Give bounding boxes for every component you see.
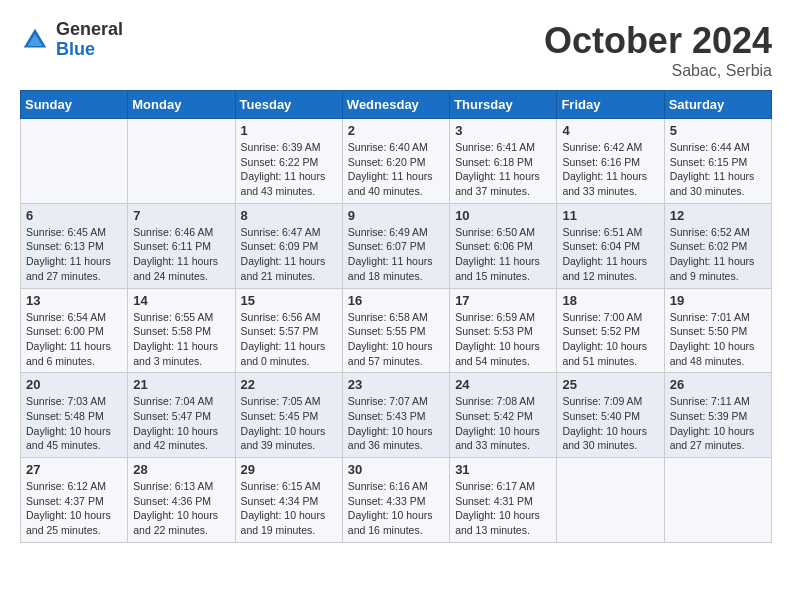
calendar: SundayMondayTuesdayWednesdayThursdayFrid… (20, 90, 772, 543)
calendar-cell: 25Sunrise: 7:09 AMSunset: 5:40 PMDayligh… (557, 373, 664, 458)
calendar-cell: 27Sunrise: 6:12 AMSunset: 4:37 PMDayligh… (21, 458, 128, 543)
calendar-cell: 3Sunrise: 6:41 AMSunset: 6:18 PMDaylight… (450, 119, 557, 204)
weekday-header-row: SundayMondayTuesdayWednesdayThursdayFrid… (21, 91, 772, 119)
day-info: Sunrise: 6:44 AMSunset: 6:15 PMDaylight:… (670, 140, 766, 199)
calendar-cell (128, 119, 235, 204)
day-number: 17 (455, 293, 551, 308)
location: Sabac, Serbia (544, 62, 772, 80)
day-info: Sunrise: 6:59 AMSunset: 5:53 PMDaylight:… (455, 310, 551, 369)
day-number: 28 (133, 462, 229, 477)
calendar-cell: 8Sunrise: 6:47 AMSunset: 6:09 PMDaylight… (235, 203, 342, 288)
day-number: 5 (670, 123, 766, 138)
day-number: 13 (26, 293, 122, 308)
day-info: Sunrise: 6:12 AMSunset: 4:37 PMDaylight:… (26, 479, 122, 538)
day-number: 31 (455, 462, 551, 477)
calendar-cell: 2Sunrise: 6:40 AMSunset: 6:20 PMDaylight… (342, 119, 449, 204)
day-number: 12 (670, 208, 766, 223)
weekday-header: Tuesday (235, 91, 342, 119)
day-number: 19 (670, 293, 766, 308)
calendar-cell (664, 458, 771, 543)
calendar-week-row: 1Sunrise: 6:39 AMSunset: 6:22 PMDaylight… (21, 119, 772, 204)
weekday-header: Friday (557, 91, 664, 119)
day-number: 29 (241, 462, 337, 477)
calendar-cell: 10Sunrise: 6:50 AMSunset: 6:06 PMDayligh… (450, 203, 557, 288)
day-number: 14 (133, 293, 229, 308)
day-info: Sunrise: 6:17 AMSunset: 4:31 PMDaylight:… (455, 479, 551, 538)
weekday-header: Thursday (450, 91, 557, 119)
calendar-cell: 6Sunrise: 6:45 AMSunset: 6:13 PMDaylight… (21, 203, 128, 288)
day-info: Sunrise: 6:15 AMSunset: 4:34 PMDaylight:… (241, 479, 337, 538)
day-number: 1 (241, 123, 337, 138)
day-info: Sunrise: 6:47 AMSunset: 6:09 PMDaylight:… (241, 225, 337, 284)
day-number: 22 (241, 377, 337, 392)
day-info: Sunrise: 7:05 AMSunset: 5:45 PMDaylight:… (241, 394, 337, 453)
day-number: 25 (562, 377, 658, 392)
day-info: Sunrise: 6:13 AMSunset: 4:36 PMDaylight:… (133, 479, 229, 538)
calendar-cell: 19Sunrise: 7:01 AMSunset: 5:50 PMDayligh… (664, 288, 771, 373)
calendar-week-row: 6Sunrise: 6:45 AMSunset: 6:13 PMDaylight… (21, 203, 772, 288)
day-number: 21 (133, 377, 229, 392)
calendar-cell: 9Sunrise: 6:49 AMSunset: 6:07 PMDaylight… (342, 203, 449, 288)
calendar-cell: 4Sunrise: 6:42 AMSunset: 6:16 PMDaylight… (557, 119, 664, 204)
day-info: Sunrise: 6:45 AMSunset: 6:13 PMDaylight:… (26, 225, 122, 284)
day-info: Sunrise: 7:00 AMSunset: 5:52 PMDaylight:… (562, 310, 658, 369)
day-info: Sunrise: 6:58 AMSunset: 5:55 PMDaylight:… (348, 310, 444, 369)
day-info: Sunrise: 7:03 AMSunset: 5:48 PMDaylight:… (26, 394, 122, 453)
calendar-cell: 22Sunrise: 7:05 AMSunset: 5:45 PMDayligh… (235, 373, 342, 458)
calendar-cell: 18Sunrise: 7:00 AMSunset: 5:52 PMDayligh… (557, 288, 664, 373)
day-number: 24 (455, 377, 551, 392)
day-info: Sunrise: 7:08 AMSunset: 5:42 PMDaylight:… (455, 394, 551, 453)
calendar-cell: 1Sunrise: 6:39 AMSunset: 6:22 PMDaylight… (235, 119, 342, 204)
day-info: Sunrise: 6:42 AMSunset: 6:16 PMDaylight:… (562, 140, 658, 199)
calendar-cell: 14Sunrise: 6:55 AMSunset: 5:58 PMDayligh… (128, 288, 235, 373)
day-info: Sunrise: 6:51 AMSunset: 6:04 PMDaylight:… (562, 225, 658, 284)
day-info: Sunrise: 6:55 AMSunset: 5:58 PMDaylight:… (133, 310, 229, 369)
day-number: 23 (348, 377, 444, 392)
page-header: General Blue October 2024 Sabac, Serbia (20, 20, 772, 80)
day-info: Sunrise: 7:07 AMSunset: 5:43 PMDaylight:… (348, 394, 444, 453)
day-number: 2 (348, 123, 444, 138)
calendar-cell: 20Sunrise: 7:03 AMSunset: 5:48 PMDayligh… (21, 373, 128, 458)
day-number: 27 (26, 462, 122, 477)
weekday-header: Wednesday (342, 91, 449, 119)
day-number: 15 (241, 293, 337, 308)
day-number: 8 (241, 208, 337, 223)
calendar-cell: 28Sunrise: 6:13 AMSunset: 4:36 PMDayligh… (128, 458, 235, 543)
calendar-week-row: 13Sunrise: 6:54 AMSunset: 6:00 PMDayligh… (21, 288, 772, 373)
day-info: Sunrise: 7:09 AMSunset: 5:40 PMDaylight:… (562, 394, 658, 453)
calendar-cell: 13Sunrise: 6:54 AMSunset: 6:00 PMDayligh… (21, 288, 128, 373)
logo-text: General Blue (56, 20, 123, 60)
day-number: 30 (348, 462, 444, 477)
day-info: Sunrise: 6:39 AMSunset: 6:22 PMDaylight:… (241, 140, 337, 199)
calendar-cell: 21Sunrise: 7:04 AMSunset: 5:47 PMDayligh… (128, 373, 235, 458)
day-info: Sunrise: 6:52 AMSunset: 6:02 PMDaylight:… (670, 225, 766, 284)
calendar-cell: 16Sunrise: 6:58 AMSunset: 5:55 PMDayligh… (342, 288, 449, 373)
calendar-week-row: 27Sunrise: 6:12 AMSunset: 4:37 PMDayligh… (21, 458, 772, 543)
calendar-cell: 15Sunrise: 6:56 AMSunset: 5:57 PMDayligh… (235, 288, 342, 373)
day-info: Sunrise: 6:56 AMSunset: 5:57 PMDaylight:… (241, 310, 337, 369)
day-number: 20 (26, 377, 122, 392)
day-number: 11 (562, 208, 658, 223)
calendar-cell: 29Sunrise: 6:15 AMSunset: 4:34 PMDayligh… (235, 458, 342, 543)
day-number: 18 (562, 293, 658, 308)
calendar-cell: 12Sunrise: 6:52 AMSunset: 6:02 PMDayligh… (664, 203, 771, 288)
calendar-cell: 11Sunrise: 6:51 AMSunset: 6:04 PMDayligh… (557, 203, 664, 288)
calendar-cell: 23Sunrise: 7:07 AMSunset: 5:43 PMDayligh… (342, 373, 449, 458)
day-number: 4 (562, 123, 658, 138)
day-info: Sunrise: 6:50 AMSunset: 6:06 PMDaylight:… (455, 225, 551, 284)
weekday-header: Saturday (664, 91, 771, 119)
weekday-header: Sunday (21, 91, 128, 119)
logo-general: General (56, 20, 123, 40)
logo-blue: Blue (56, 40, 123, 60)
day-number: 26 (670, 377, 766, 392)
day-info: Sunrise: 7:11 AMSunset: 5:39 PMDaylight:… (670, 394, 766, 453)
day-number: 9 (348, 208, 444, 223)
day-number: 6 (26, 208, 122, 223)
calendar-cell: 7Sunrise: 6:46 AMSunset: 6:11 PMDaylight… (128, 203, 235, 288)
day-number: 10 (455, 208, 551, 223)
day-info: Sunrise: 6:49 AMSunset: 6:07 PMDaylight:… (348, 225, 444, 284)
calendar-cell: 24Sunrise: 7:08 AMSunset: 5:42 PMDayligh… (450, 373, 557, 458)
calendar-week-row: 20Sunrise: 7:03 AMSunset: 5:48 PMDayligh… (21, 373, 772, 458)
day-info: Sunrise: 6:16 AMSunset: 4:33 PMDaylight:… (348, 479, 444, 538)
day-info: Sunrise: 7:01 AMSunset: 5:50 PMDaylight:… (670, 310, 766, 369)
